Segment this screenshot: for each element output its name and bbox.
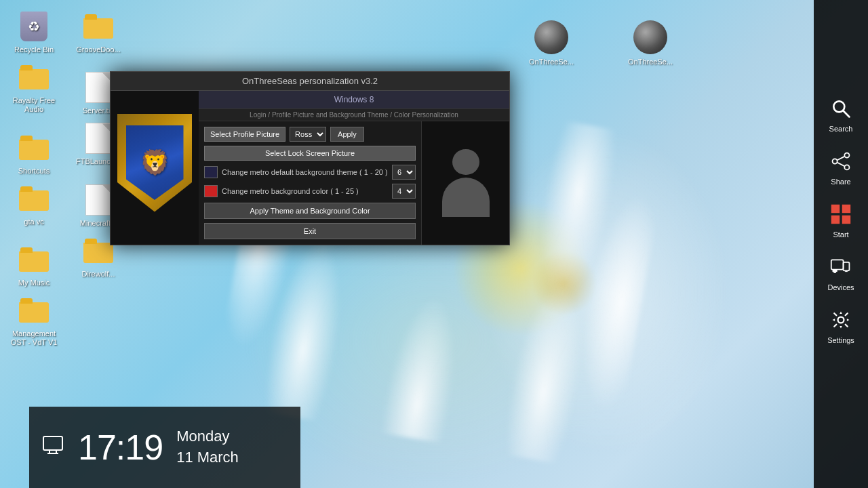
modal-left-panel: 🦁 <box>111 91 199 245</box>
date-number-display: 11 March <box>176 447 239 468</box>
start-label: Start <box>833 230 848 239</box>
settings-icon <box>829 308 853 332</box>
modal-header-text: Windows 8 <box>334 95 374 104</box>
modal-title: OnThreeSeas personalization v3.2 <box>242 76 378 86</box>
modal-content: 🦁 Windows 8 Login / Profile Picture and … <box>111 91 509 245</box>
personalization-dialog: OnThreeSeas personalization v3.2 🦁 <box>110 71 510 245</box>
modal-windows-header: Windows 8 <box>199 91 509 109</box>
date-display: Monday 11 March <box>176 426 239 468</box>
modal-right-section: Windows 8 Login / Profile Picture and Ba… <box>199 91 509 245</box>
start-icon <box>829 202 853 226</box>
svg-rect-13 <box>831 216 840 224</box>
monitor-icon <box>43 436 64 460</box>
svg-line-9 <box>837 157 845 160</box>
select-lock-screen-button[interactable]: Select Lock Screen Picture <box>204 146 416 161</box>
coat-of-arms: 🦁 <box>117 114 192 222</box>
svg-rect-0 <box>43 436 62 450</box>
metro-theme-row: Change metro default background theme ( … <box>204 165 416 180</box>
metro-color-label: Change metro background color ( 1 - 25 ) <box>222 187 388 195</box>
charm-search[interactable]: Search <box>814 88 868 141</box>
apply-theme-button[interactable]: Apply Theme and Background Color <box>204 203 416 219</box>
svg-rect-16 <box>833 270 837 272</box>
svg-line-10 <box>837 163 845 166</box>
charm-share[interactable]: Share <box>814 141 868 194</box>
desktop: ♻ Recycle Bin Rayalty Free Audio Shortcu… <box>0 0 868 488</box>
svg-point-20 <box>838 317 844 323</box>
lion-symbol: 🦁 <box>140 148 170 177</box>
modal-form-section: Select Profile Picture Ross Apply Select… <box>199 121 421 245</box>
modal-title-bar: OnThreeSeas personalization v3.2 <box>111 72 509 91</box>
share-icon <box>829 149 853 174</box>
svg-rect-11 <box>831 205 840 213</box>
devices-icon <box>829 255 853 279</box>
charm-devices[interactable]: Devices <box>814 247 868 300</box>
svg-rect-17 <box>833 272 836 273</box>
apply-profile-button[interactable]: Apply <box>330 127 364 142</box>
exit-button[interactable]: Exit <box>204 223 416 239</box>
svg-rect-14 <box>842 216 850 224</box>
user-avatar <box>439 149 493 217</box>
svg-rect-19 <box>845 270 848 272</box>
avatar-body <box>442 178 490 217</box>
svg-point-6 <box>844 153 849 158</box>
svg-point-7 <box>833 159 837 163</box>
metro-theme-select[interactable]: 6 <box>392 165 416 180</box>
profile-picture-row: Select Profile Picture Ross Apply <box>204 127 416 142</box>
coat-shield: 🦁 <box>117 114 192 212</box>
apply-theme-row: Apply Theme and Background Color <box>204 203 416 219</box>
charm-start[interactable]: Start <box>814 194 868 247</box>
charm-settings[interactable]: Settings <box>814 300 868 352</box>
svg-line-5 <box>844 111 850 117</box>
shield-inner: 🦁 <box>126 125 184 200</box>
svg-rect-15 <box>831 260 844 269</box>
avatar-head <box>452 149 479 175</box>
metro-theme-label: Change metro default background theme ( … <box>222 168 388 176</box>
metro-color-select[interactable]: 4 <box>392 184 416 199</box>
charms-bar: Search Share <box>814 0 868 488</box>
svg-point-8 <box>844 165 849 169</box>
share-label: Share <box>831 178 850 186</box>
select-profile-picture-button[interactable]: Select Profile Picture <box>204 127 285 142</box>
modal-form: Select Profile Picture Ross Apply Select… <box>199 121 421 245</box>
exit-row: Exit <box>204 223 416 239</box>
settings-label: Settings <box>827 336 854 344</box>
modal-form-and-avatar: Select Profile Picture Ross Apply Select… <box>199 121 509 245</box>
metro-color-swatch <box>204 185 218 197</box>
theme-color-swatch <box>204 166 218 178</box>
modal-subheader-text: Login / Profile Picture and Background T… <box>250 111 458 119</box>
svg-rect-12 <box>842 205 850 213</box>
svg-rect-18 <box>844 262 850 270</box>
profile-dropdown[interactable]: Ross <box>290 127 326 142</box>
search-label: Search <box>829 125 853 133</box>
lock-screen-row: Select Lock Screen Picture <box>204 146 416 161</box>
modal-subheader: Login / Profile Picture and Background T… <box>199 109 509 121</box>
modal-avatar-column <box>421 121 509 245</box>
search-icon <box>829 96 853 121</box>
devices-label: Devices <box>827 283 854 291</box>
day-display: Monday <box>176 426 239 447</box>
time-display: 17:19 <box>78 427 163 468</box>
time-widget: 17:19 Monday 11 March <box>29 407 300 488</box>
metro-color-row: Change metro background color ( 1 - 25 )… <box>204 184 416 199</box>
